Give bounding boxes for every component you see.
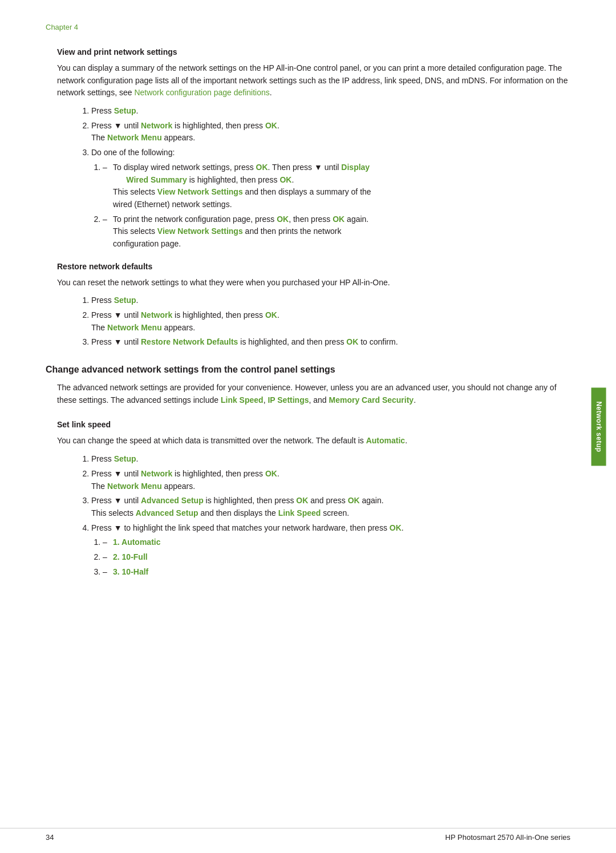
link-speed-h2: Link Speed (278, 508, 321, 518)
ok-highlight-r1: OK (265, 310, 277, 320)
set-link-section: Set link speed You can change the speed … (46, 420, 570, 578)
ok-h3: OK (279, 175, 291, 184)
network-highlight-1: Network (141, 121, 172, 130)
sub-steps: To display wired network settings, press… (103, 161, 570, 250)
network-menu-highlight-r1: Network Menu (107, 323, 162, 332)
change-advanced-content: The advanced network settings are provid… (46, 382, 570, 406)
ok-h5: OK (333, 215, 345, 224)
restore-steps: Press Setup. Press ▼ until Network is hi… (91, 294, 570, 349)
restore-step-3: Press ▼ until Restore Network Defaults i… (91, 336, 570, 349)
link-option-3-text: 3. 10-Half (113, 567, 148, 576)
chapter-label: Chapter 4 (46, 23, 570, 31)
restore-heading: Restore network defaults (57, 262, 570, 271)
set-link-step-2: Press ▼ until Network is highlighted, th… (91, 468, 570, 492)
ok-h4: OK (277, 215, 289, 224)
network-highlight-r1: Network (141, 310, 172, 320)
set-link-step-1: Press Setup. (91, 453, 570, 466)
network-config-link[interactable]: Network configuration page definitions (134, 88, 269, 97)
restore-section: Restore network defaults You can reset t… (46, 262, 570, 349)
network-highlight-s1: Network (141, 469, 172, 478)
setup-highlight-1: Setup (114, 106, 136, 115)
set-link-heading: Set link speed (57, 420, 570, 429)
link-option-1: 1. Automatic (103, 536, 570, 549)
ip-settings-h: IP Settings (268, 395, 309, 405)
set-link-intro: You can change the speed at which data i… (57, 435, 570, 447)
link-option-2-text: 2. 10-Full (113, 552, 148, 561)
ok-highlight-r2: OK (346, 337, 358, 346)
footer: 34 HP Photosmart 2570 All-in-One series (0, 828, 616, 842)
ok-highlight-s2: OK (296, 496, 308, 505)
product-name: HP Photosmart 2570 All-in-One series (445, 833, 570, 842)
change-advanced-intro: The advanced network settings are provid… (57, 382, 570, 406)
ok-h2: OK (256, 163, 268, 172)
advanced-setup-h1: Advanced Setup (141, 496, 204, 505)
restore-network-h: Restore Network Defaults (141, 337, 238, 346)
sub-step-1: To display wired network settings, press… (103, 161, 570, 211)
sub-step-2: To print the network configuration page,… (103, 213, 570, 250)
step-3: Do one of the following: To display wire… (91, 147, 570, 250)
view-print-intro: You can display a summary of the network… (57, 62, 570, 99)
ok-highlight-s4: OK (390, 523, 402, 532)
view-print-section: View and print network settings You can … (46, 47, 570, 250)
network-menu-highlight-1: Network Menu (107, 133, 162, 142)
setup-highlight-r1: Setup (114, 296, 136, 305)
link-options: 1. Automatic 2. 10-Full 3. 10-Half (103, 536, 570, 578)
link-speed-h: Link Speed (221, 395, 264, 405)
change-advanced-section: Change advanced network settings from th… (46, 365, 570, 406)
network-menu-highlight-s1: Network Menu (107, 482, 162, 491)
view-print-steps: Press Setup. Press ▼ until Network is hi… (91, 105, 570, 250)
advanced-setup-h2: Advanced Setup (136, 508, 198, 518)
step-2: Press ▼ until Network is highlighted, th… (91, 120, 570, 144)
view-network-h1: View Network Settings (157, 187, 243, 196)
set-link-step-3: Press ▼ until Advanced Setup is highligh… (91, 495, 570, 519)
ok-highlight-1: OK (265, 121, 277, 130)
set-link-step-4: Press ▼ to highlight the link speed that… (91, 522, 570, 579)
page-number: 34 (46, 833, 54, 842)
link-option-3: 3. 10-Half (103, 566, 570, 579)
page-container: Chapter 4 View and print network setting… (0, 0, 616, 853)
change-advanced-heading: Change advanced network settings from th… (46, 365, 570, 375)
sidebar-tab: Network setup (591, 387, 606, 466)
restore-step-2: Press ▼ until Network is highlighted, th… (91, 309, 570, 334)
ok-highlight-s1: OK (265, 469, 277, 478)
restore-intro: You can reset the network settings to wh… (57, 277, 570, 289)
restore-step-1: Press Setup. (91, 294, 570, 307)
view-print-heading: View and print network settings (57, 47, 570, 56)
link-option-1-text: 1. Automatic (113, 537, 161, 547)
automatic-h: Automatic (366, 436, 405, 445)
step-1: Press Setup. (91, 105, 570, 118)
set-link-steps: Press Setup. Press ▼ until Network is hi… (91, 453, 570, 578)
memory-card-h: Memory Card Security (329, 395, 414, 405)
view-network-h2: View Network Settings (157, 227, 243, 236)
display-wired-h: Display Wired Summary (113, 163, 370, 184)
setup-highlight-s1: Setup (114, 454, 136, 463)
link-option-2: 2. 10-Full (103, 551, 570, 564)
ok-highlight-s3: OK (348, 496, 360, 505)
